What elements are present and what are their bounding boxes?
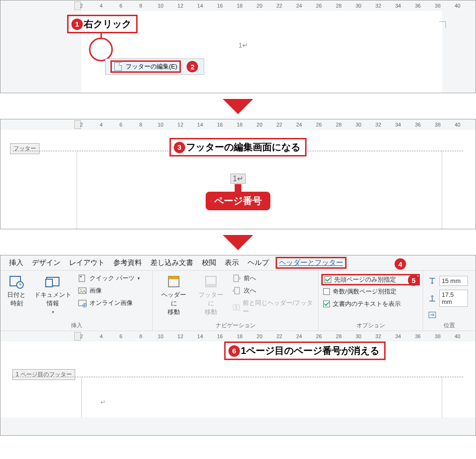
ruler-tick-label: 22 — [277, 333, 282, 339]
page-edge-mark — [77, 151, 77, 229]
ruler-tick-label: 24 — [296, 333, 302, 339]
previous-section-icon — [232, 274, 241, 283]
checkbox-odd-even-different[interactable]: 奇数/偶数ページ別指定 — [323, 287, 418, 296]
ruler-tick-label: 20 — [257, 3, 262, 9]
checkbox-label: 奇数/偶数ページ別指定 — [333, 287, 397, 296]
svg-rect-15 — [235, 287, 239, 294]
ribbon-tab[interactable]: レイアウト — [69, 258, 105, 267]
button-goto-footer: フッターに 移動 — [195, 273, 227, 317]
ruler-tick-label: 2 — [80, 122, 83, 127]
horizontal-ruler: 246810121416182022242628303234363840 — [0, 0, 476, 11]
online-image-icon — [78, 299, 87, 307]
checkbox-show-document-text[interactable]: 文書内のテキストを表示 — [323, 299, 418, 309]
button-label: フッターに 移動 — [197, 291, 225, 316]
ruler-tick-label: 34 — [395, 3, 401, 9]
ruler-tick-label: 4 — [100, 333, 103, 339]
ruler-tick-label: 40 — [455, 3, 460, 9]
callout-page-number-removed: 6 1ページ目のページ番号が消える — [224, 342, 386, 360]
document-footer-area[interactable]: 6 1ページ目のページ番号が消える 1 ページ目のフッター ↵ — [0, 342, 476, 418]
footer-section-tab: フッター — [10, 143, 40, 154]
ribbon-group-label: 位置 — [428, 320, 471, 330]
callout-text: 1ページ目のページ番号が消える — [241, 344, 379, 357]
ruler-tick-label: 2 — [80, 3, 83, 9]
button-next[interactable]: 次へ — [232, 286, 313, 295]
ribbon-tab[interactable]: 校閲 — [202, 258, 216, 267]
panel-step1: 246810121416182022242628303234363840 1↵ … — [0, 0, 476, 93]
button-label: 前と同じヘッダー/フッター — [243, 299, 313, 316]
ruler-tick-label: 8 — [139, 3, 142, 9]
button-insert-alignment-tab[interactable] — [428, 310, 471, 320]
checkbox-icon — [323, 301, 330, 307]
callout-page-number-label: ページ番号 — [206, 192, 270, 210]
ruler-tick-label: 12 — [178, 122, 183, 127]
callout-text: フッターの編集画面になる — [186, 141, 300, 154]
ruler-tick-label: 6 — [119, 3, 122, 9]
page-number-field[interactable]: 1↵ — [230, 174, 246, 184]
button-label: ヘッダーに 移動 — [159, 291, 188, 316]
ruler-tick-label: 38 — [435, 122, 440, 127]
checkbox-icon — [325, 276, 331, 283]
ribbon-group-label: オプション — [323, 320, 418, 330]
ribbon-group-navigation: ヘッダーに 移動 フッターに 移動 前へ — [153, 271, 318, 331]
svg-rect-11 — [169, 276, 179, 279]
footer-position-icon — [428, 294, 436, 303]
document-icon — [114, 62, 122, 71]
calendar-clock-icon — [9, 274, 25, 289]
input-value[interactable]: 15 mm — [439, 276, 468, 286]
input-value[interactable]: 17.5 mm — [439, 290, 468, 307]
ribbon-tab[interactable]: 差し込み文書 — [150, 258, 193, 267]
button-same-as-previous: 前と同じヘッダー/フッター — [232, 298, 313, 316]
ruler-tick-label: 28 — [336, 333, 341, 339]
ruler-tick-label: 18 — [237, 122, 243, 127]
button-online-image[interactable]: オンライン画像 — [78, 298, 140, 308]
checkbox-icon — [323, 288, 330, 295]
ruler-tick-label: 34 — [395, 333, 401, 339]
ribbon-group-insert: 日付と 時刻 ドキュメント 情報 ▾ クイック パーツ ▾ — [0, 271, 153, 331]
button-image[interactable]: 画像 — [78, 286, 140, 295]
ruler-tick-label: 6 — [119, 333, 122, 339]
context-menu-item-edit-footer[interactable]: フッターの編集(E) 2 — [105, 59, 204, 75]
ribbon-tab[interactable]: ヘッダーとフッター — [276, 257, 347, 269]
button-quick-parts[interactable]: クイック パーツ ▾ — [78, 273, 140, 283]
ruler-tick-label: 18 — [237, 333, 243, 339]
ruler-tick-label: 30 — [356, 3, 361, 9]
callout-badge-4: 4 — [395, 258, 406, 270]
ribbon-tab[interactable]: ヘルプ — [248, 258, 269, 267]
button-goto-header[interactable]: ヘッダーに 移動 — [158, 273, 190, 317]
ruler-tick-label: 20 — [257, 122, 262, 127]
ruler-tick-label: 14 — [197, 3, 203, 9]
link-previous-icon — [232, 303, 240, 312]
checkbox-first-page-different[interactable]: 先頭ページのみ別指定 — [321, 274, 420, 285]
input-footer-from-bottom[interactable]: 17.5 mm — [428, 289, 471, 307]
page-edge-mark — [442, 377, 442, 418]
ruler-tick-label: 16 — [217, 333, 223, 339]
button-previous[interactable]: 前へ — [232, 273, 313, 283]
image-icon — [78, 286, 87, 295]
button-datetime[interactable]: 日付と 時刻 — [5, 273, 28, 309]
ribbon-tab[interactable]: 参考資料 — [113, 258, 142, 267]
callout-badge-3: 3 — [174, 142, 185, 153]
ruler-tick-label: 38 — [435, 333, 440, 339]
callout-right-click: 1 右クリック — [67, 15, 138, 33]
ribbon-tab[interactable]: 挿入 — [9, 258, 23, 267]
button-label: 前へ — [244, 274, 256, 283]
ruler-tick-label: 16 — [217, 3, 223, 9]
ribbon-tab[interactable]: 表示 — [225, 258, 239, 267]
ribbon-tab[interactable]: デザイン — [32, 258, 60, 267]
margin-corner-mark-icon — [439, 21, 446, 28]
svg-rect-13 — [206, 284, 216, 287]
page-edge-mark — [442, 151, 442, 229]
document-info-icon — [45, 274, 61, 289]
button-document-info[interactable]: ドキュメント 情報 ▾ — [32, 273, 73, 315]
quick-parts-icon — [78, 274, 87, 283]
input-header-from-top[interactable]: 15 mm — [428, 275, 471, 286]
ruler-tick-label: 38 — [435, 3, 440, 9]
ruler-tick-label: 30 — [356, 122, 361, 127]
button-label: 日付と 時刻 — [7, 291, 26, 308]
ruler-tick-label: 34 — [395, 122, 401, 127]
ruler-tick-label: 10 — [158, 122, 163, 127]
next-section-icon — [232, 286, 241, 295]
svg-rect-16 — [233, 304, 236, 310]
ruler-tick-label: 32 — [376, 3, 381, 9]
ribbon-group-label: 挿入 — [5, 320, 148, 330]
